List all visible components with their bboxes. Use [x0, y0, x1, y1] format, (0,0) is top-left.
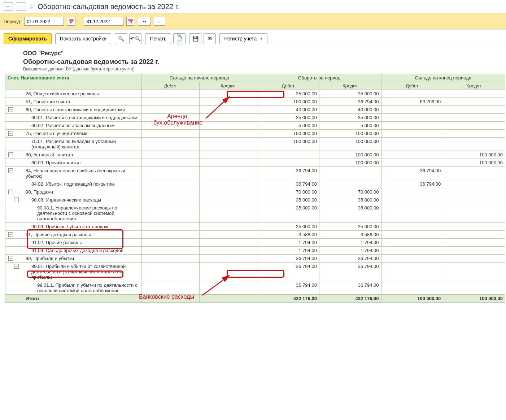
- cell-od: [141, 255, 199, 263]
- cell-od: [141, 196, 199, 204]
- form-button[interactable]: Сформировать: [4, 33, 52, 44]
- nav-back-button[interactable]: ←: [3, 2, 13, 11]
- collapse-icon[interactable]: −: [8, 232, 13, 237]
- table-row[interactable]: 80.09, Прочий капитал100 000,00100 000,0…: [5, 159, 505, 167]
- table-row[interactable]: −99, Прибыли и убытки36 794,0036 794,00: [5, 255, 505, 263]
- table-row[interactable]: −84, Нераспределенная прибыль (непокрыты…: [5, 167, 505, 180]
- register-button[interactable]: Регистр учета ▼: [219, 33, 267, 44]
- table-row[interactable]: −90, Продажи70 000,0070 000,00: [5, 188, 505, 196]
- account-name: 51, Расчетные счета: [26, 99, 139, 104]
- cell-od: [141, 159, 199, 167]
- cell-td: 100 000,00: [257, 98, 319, 106]
- table-row[interactable]: −75, Расчеты с учредителями100 000,00100…: [5, 130, 505, 138]
- collapse-icon[interactable]: −: [8, 190, 13, 194]
- cell-tc: 1 794,00: [319, 239, 381, 247]
- cell-tc: 36 794,00: [319, 263, 381, 281]
- cell-oc: [199, 98, 257, 106]
- cell-cd: [381, 90, 443, 98]
- table-row[interactable]: 90.09, Прибыль / убыток от продаж35 000,…: [5, 223, 505, 231]
- cell-od: [141, 138, 199, 151]
- table-row[interactable]: 51, Расчетные счета100 000,0036 794,0063…: [5, 98, 505, 106]
- table-row[interactable]: 26, Общехозяйственные расходы35 000,0035…: [5, 90, 505, 98]
- collapse-icon[interactable]: −: [8, 131, 13, 136]
- totals-td: 422 176,00: [257, 295, 319, 303]
- table-row[interactable]: −60, Расчеты с поставщиками и подрядчика…: [5, 106, 505, 114]
- cell-td: 100 000,00: [257, 130, 319, 138]
- cell-cc: [443, 106, 505, 114]
- cell-cc: 100 000,00: [443, 159, 505, 167]
- cell-od: [141, 151, 199, 159]
- table-row[interactable]: 91.02, Прочие расходы1 794,001 794,00: [5, 239, 505, 247]
- cell-tc: [319, 180, 381, 188]
- cell-od: [141, 223, 199, 231]
- period-toggle-button[interactable]: ▪▾: [138, 17, 151, 26]
- period-label: Период:: [4, 19, 21, 24]
- period-from-calendar-icon[interactable]: 📅: [67, 17, 75, 26]
- search-back-button[interactable]: ↶🔍: [129, 33, 141, 44]
- table-row[interactable]: 84.02, Убыток, подлежащий покрытию36 794…: [5, 180, 505, 188]
- collapse-icon[interactable]: −: [8, 107, 13, 112]
- cell-td: 100 000,00: [257, 138, 319, 151]
- cell-oc: [199, 281, 257, 295]
- col-closing-debit: Дебет: [381, 82, 443, 90]
- toolbar: Сформировать Показать настройки 🔍 ↶🔍 Печ…: [0, 30, 506, 48]
- cell-od: [141, 122, 199, 130]
- col-closing: Сальдо на конец периода: [381, 74, 505, 82]
- favorite-star-icon[interactable]: ☆: [29, 3, 35, 10]
- account-name: 60.01, Расчеты с поставщиками и подрядчи…: [26, 115, 139, 120]
- cell-cc: [443, 263, 505, 281]
- period-from-input[interactable]: [24, 17, 64, 26]
- table-row[interactable]: −90.08, Управленческие расходы35 000,003…: [5, 196, 505, 204]
- collapse-icon[interactable]: −: [14, 198, 19, 202]
- table-row[interactable]: −80, Уставный капитал100 000,00100 000,0…: [5, 151, 505, 159]
- collapse-icon[interactable]: −: [8, 168, 13, 173]
- print-button[interactable]: Печать: [145, 33, 171, 44]
- table-row[interactable]: 60.02, Расчеты по авансам выданным5 000,…: [5, 122, 505, 130]
- account-name: 90.08.1, Управленческие расходы по деяте…: [26, 205, 139, 221]
- collapse-icon[interactable]: −: [8, 152, 13, 157]
- collapse-icon[interactable]: −: [8, 256, 13, 261]
- show-settings-button[interactable]: Показать настройки: [55, 33, 112, 44]
- cell-cd: [381, 138, 443, 151]
- table-row[interactable]: 60.01, Расчеты с поставщиками и подрядчи…: [5, 114, 505, 122]
- cell-od: [141, 114, 199, 122]
- table-row[interactable]: 90.08.1, Управленческие расходы по деяте…: [5, 204, 505, 223]
- collapse-icon[interactable]: −: [14, 264, 19, 269]
- table-row[interactable]: 99.01.1, Прибыли и убытки по деятельност…: [5, 281, 505, 295]
- print-preview-button[interactable]: 🔍📄: [173, 33, 186, 44]
- cell-tc: 100 000,00: [319, 151, 381, 159]
- totals-od: [141, 295, 199, 303]
- account-name: 75.01, Расчеты по вкладам в уставный (ск…: [26, 139, 139, 150]
- cell-tc: 5 000,00: [319, 122, 381, 130]
- cell-od: [141, 239, 199, 247]
- cell-cd: [381, 255, 443, 263]
- email-button[interactable]: ✉: [204, 33, 216, 44]
- table-row[interactable]: 91.09, Сальдо прочих доходов и расходов1…: [5, 247, 505, 255]
- cell-od: [141, 204, 199, 223]
- period-dash: –: [78, 19, 81, 24]
- period-more-button[interactable]: ...: [154, 17, 165, 26]
- account-name: 99.01, Прибыли и убытки от хозяйственной…: [26, 264, 139, 280]
- nav-forward-button[interactable]: →: [16, 2, 26, 11]
- cell-oc: [199, 196, 257, 204]
- cell-od: [141, 167, 199, 180]
- cell-td: 36 794,00: [257, 255, 319, 263]
- cell-cd: [381, 231, 443, 239]
- save-button[interactable]: 💾: [189, 33, 201, 44]
- cell-td: 35 000,00: [257, 196, 319, 204]
- cell-cc: [443, 180, 505, 188]
- cell-oc: [199, 239, 257, 247]
- cell-cc: [443, 114, 505, 122]
- cell-tc: [319, 167, 381, 180]
- cell-oc: [199, 263, 257, 281]
- cell-tc: 36 794,00: [319, 255, 381, 263]
- table-row[interactable]: −99.01, Прибыли и убытки от хозяйственно…: [5, 263, 505, 281]
- table-row[interactable]: 75.01, Расчеты по вкладам в уставный (ск…: [5, 138, 505, 151]
- period-to-calendar-icon[interactable]: 📅: [126, 17, 135, 26]
- table-row[interactable]: −91, Прочие доходы и расходы3 588,003 58…: [5, 231, 505, 239]
- search-button[interactable]: 🔍: [115, 33, 127, 44]
- cell-oc: [199, 180, 257, 188]
- account-name: 90, Продажи: [26, 189, 139, 195]
- period-to-input[interactable]: [84, 17, 123, 26]
- account-name: 60.02, Расчеты по авансам выданным: [26, 123, 139, 128]
